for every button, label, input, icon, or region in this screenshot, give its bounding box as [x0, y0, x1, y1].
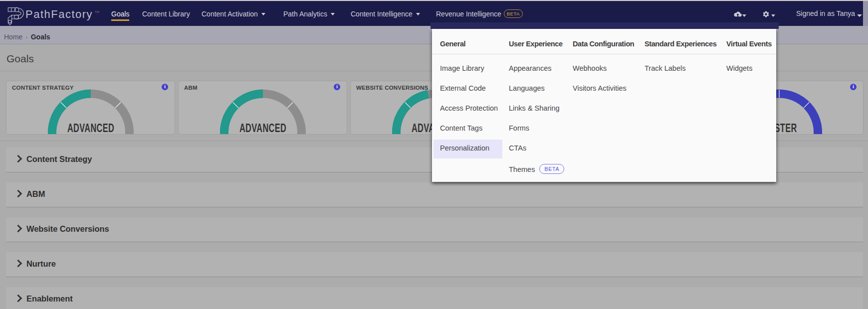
- svg-text:ADVANCED: ADVANCED: [67, 122, 114, 135]
- svg-text:ADVANCED: ADVANCED: [239, 122, 286, 135]
